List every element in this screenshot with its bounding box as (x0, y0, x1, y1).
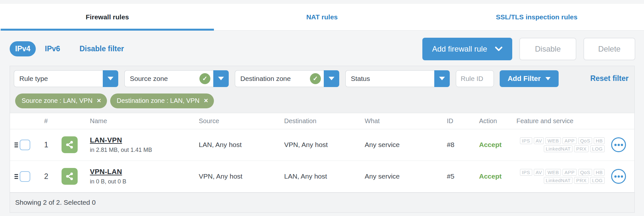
feature-badge-ips: IPS (520, 169, 532, 176)
feature-badge-web: WEB (545, 137, 561, 144)
name-cell: VPN-LAN in 0 B, out 0 B (60, 168, 193, 185)
feature-badge-linkednat: LinkedNAT (544, 177, 573, 184)
handle-cell (10, 142, 20, 147)
ellipsis-dot (621, 144, 623, 146)
destination-zone-select[interactable]: Destination zone ✓ (235, 70, 339, 87)
row-menu-button[interactable] (611, 137, 626, 152)
header-number: # (36, 117, 60, 125)
feature-badge-line: LinkedNAT PRX LOG (544, 145, 605, 152)
source-zone-select-label: Source zone (130, 75, 199, 83)
network-rule-icon (62, 136, 78, 153)
caret-down-icon (439, 77, 445, 80)
drag-bar (14, 178, 18, 179)
features-cell: IPS AV WEB APP QoS HB LinkedNAT PRX LOG (510, 137, 634, 152)
disable-button[interactable]: Disable (519, 38, 576, 60)
header-what: What (359, 117, 441, 125)
row-count-status: Showing 2 of 2. Selected 0 (15, 199, 96, 206)
source-cell: VPN, Any host (193, 172, 278, 180)
chevron-down-icon (495, 46, 503, 52)
row-checkbox[interactable] (20, 171, 30, 182)
page-top-gap (0, 0, 644, 4)
reset-filter-link[interactable]: Reset filter (590, 74, 629, 83)
table-footer: Showing 2 of 2. Selected 0 (10, 192, 634, 212)
ellipsis-dot (621, 175, 623, 178)
source-zone-dropdown-button[interactable] (213, 70, 229, 87)
action-cell: Accept (470, 141, 510, 149)
rule-type-select[interactable]: Rule type (14, 70, 118, 87)
handle-cell (10, 174, 20, 179)
feature-badge-line: IPS AV WEB APP QoS HB (520, 169, 605, 176)
close-icon[interactable]: ✕ (97, 98, 101, 103)
rule-id-cell: #5 (441, 172, 470, 180)
status-select[interactable]: Status (345, 70, 450, 87)
tab-firewall-rules-label: Firewall rules (86, 13, 129, 21)
tab-ssl-tls-inspection-rules[interactable]: SSL/TLS inspection rules (429, 4, 644, 30)
rule-id-input[interactable] (456, 70, 494, 87)
feature-badge-hb: HB (594, 137, 605, 144)
drag-bar (14, 144, 18, 145)
header-source: Source (193, 117, 278, 125)
feature-badges: IPS AV WEB APP QoS HB LinkedNAT PRX LOG (520, 137, 605, 152)
rule-name-link[interactable]: LAN-VPN (90, 136, 122, 144)
add-firewall-rule-label: Add firewall rule (432, 44, 487, 54)
traffic-stats: in 2.81 MB, out 1.41 MB (90, 147, 152, 153)
share-nodes-icon (65, 140, 74, 149)
feature-badge-web: WEB (545, 169, 561, 176)
caret-down-icon (329, 77, 334, 80)
ellipsis-dot (618, 144, 620, 146)
caret-down-icon (545, 77, 551, 80)
add-firewall-rule-button[interactable]: Add firewall rule (422, 38, 512, 60)
ellipsis-dot (618, 175, 620, 178)
name-wrap: VPN-LAN in 0 B, out 0 B (90, 168, 126, 185)
drag-bar (14, 176, 18, 177)
drag-bar (14, 174, 18, 175)
header-destination: Destination (278, 117, 359, 125)
close-icon[interactable]: ✕ (204, 98, 208, 103)
table-header-row: # Name Source Destination What ID Action… (10, 113, 634, 129)
filter-bar: Rule type Source zone ✓ (14, 70, 630, 87)
drag-bar (14, 146, 18, 147)
ellipsis-dot (614, 175, 617, 178)
traffic-stats: in 0 B, out 0 B (90, 178, 126, 185)
toolbar: IPv4 IPv6 Disable filter Add firewall ru… (0, 31, 644, 66)
delete-button[interactable]: Delete (583, 38, 635, 60)
tab-nat-rules[interactable]: NAT rules (215, 4, 429, 30)
feature-badge-log: LOG (590, 145, 605, 152)
table-row: 2 VPN-LAN in 0 B, out 0 B VPN, Any ho (10, 161, 634, 192)
drag-handle-icon[interactable] (14, 142, 18, 147)
caret-down-icon (108, 77, 113, 80)
check-circle-icon: ✓ (199, 73, 210, 84)
feature-badge-prx: PRX (574, 145, 588, 152)
row-checkbox[interactable] (20, 140, 30, 150)
feature-badge-hb: HB (594, 169, 605, 176)
check-circle-icon: ✓ (310, 73, 321, 84)
destination-zone-dropdown-button[interactable] (324, 70, 339, 87)
feature-badge-line: IPS AV WEB APP QoS HB (520, 137, 605, 144)
rule-type-dropdown-button[interactable] (103, 70, 118, 87)
disable-filter-link[interactable]: Disable filter (80, 44, 124, 53)
rule-type-select-body: Rule type (14, 70, 103, 87)
status-dropdown-button[interactable] (434, 70, 450, 87)
status-select-label: Status (351, 75, 431, 83)
row-number: 2 (36, 172, 60, 181)
filter-chip-label: Destination zone : LAN, VPN (117, 97, 199, 104)
ipv4-toggle[interactable]: IPv4 (10, 41, 36, 56)
rule-name-link[interactable]: VPN-LAN (90, 168, 122, 176)
what-cell: Any service (359, 141, 441, 149)
source-zone-select[interactable]: Source zone ✓ (124, 70, 229, 87)
features-cell: IPS AV WEB APP QoS HB LinkedNAT PRX LOG (510, 169, 634, 184)
rule-type-select-label: Rule type (19, 75, 100, 83)
filter-section: Rule type Source zone ✓ (10, 66, 634, 113)
ipv6-toggle[interactable]: IPv6 (45, 44, 60, 53)
row-menu-button[interactable] (611, 169, 626, 184)
drag-handle-icon[interactable] (14, 174, 18, 179)
row-number: 1 (36, 141, 60, 149)
active-tab-underline (1, 29, 214, 31)
feature-badge-prx: PRX (574, 177, 588, 184)
what-cell: Any service (359, 172, 441, 180)
tab-ssl-tls-label: SSL/TLS inspection rules (496, 13, 577, 21)
destination-cell: LAN, Any host (278, 172, 359, 180)
tab-firewall-rules[interactable]: Firewall rules (0, 4, 215, 30)
feature-badge-line: LinkedNAT PRX LOG (544, 177, 605, 184)
add-filter-button[interactable]: Add Filter (500, 70, 559, 87)
